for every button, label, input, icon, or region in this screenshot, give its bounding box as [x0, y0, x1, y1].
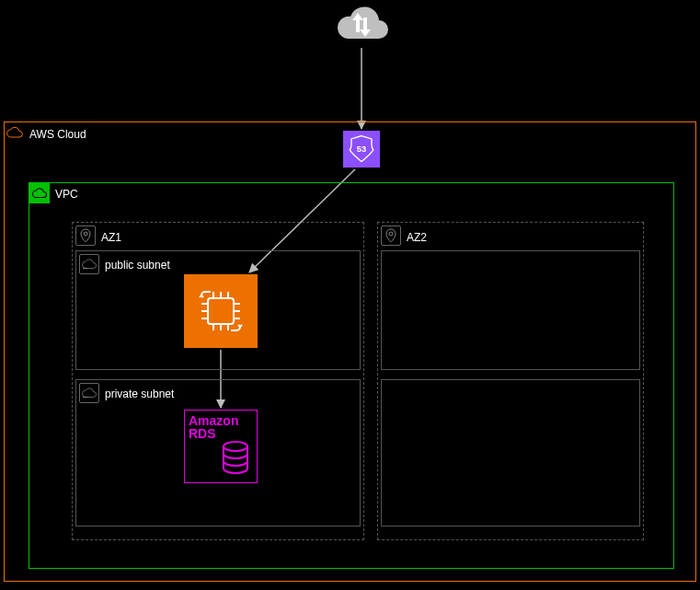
vpc-icon	[29, 183, 50, 203]
rds-database-icon	[220, 440, 251, 477]
internet-gateway-icon	[326, 2, 396, 48]
az2-label: AZ2	[407, 231, 427, 244]
svg-rect-9	[208, 298, 234, 324]
az1-icon	[75, 226, 96, 246]
private-subnet-label: private subnet	[105, 388, 174, 400]
route53-shield-icon: 53	[346, 133, 377, 165]
ec2-node[interactable]	[184, 274, 258, 348]
public-subnet-icon	[79, 254, 99, 274]
vpc-label: VPC	[55, 188, 78, 201]
aws-cloud-icon	[5, 122, 25, 143]
private-subnet-az2[interactable]	[381, 379, 640, 526]
rds-node[interactable]: Amazon RDS	[184, 410, 258, 483]
az2-icon	[381, 226, 401, 246]
svg-point-22	[224, 442, 247, 451]
route53-node[interactable]: 53	[343, 131, 380, 168]
aws-cloud-label: AWS Cloud	[29, 128, 86, 141]
private-subnet-icon	[79, 383, 99, 403]
svg-text:53: 53	[357, 145, 366, 154]
architecture-canvas: AWS Cloud VPC AZ1 AZ2 public subnet priv…	[0, 0, 700, 590]
svg-point-0	[84, 232, 87, 236]
internet-node[interactable]	[326, 2, 396, 48]
public-subnet-label: public subnet	[105, 259, 170, 272]
az1-label: AZ1	[101, 231, 121, 244]
rds-label-line2: RDS	[189, 427, 216, 440]
rds-label-line1: Amazon	[189, 414, 238, 427]
ec2-chip-icon	[191, 282, 250, 341]
svg-point-1	[389, 232, 393, 236]
public-subnet-az2[interactable]	[381, 250, 640, 370]
